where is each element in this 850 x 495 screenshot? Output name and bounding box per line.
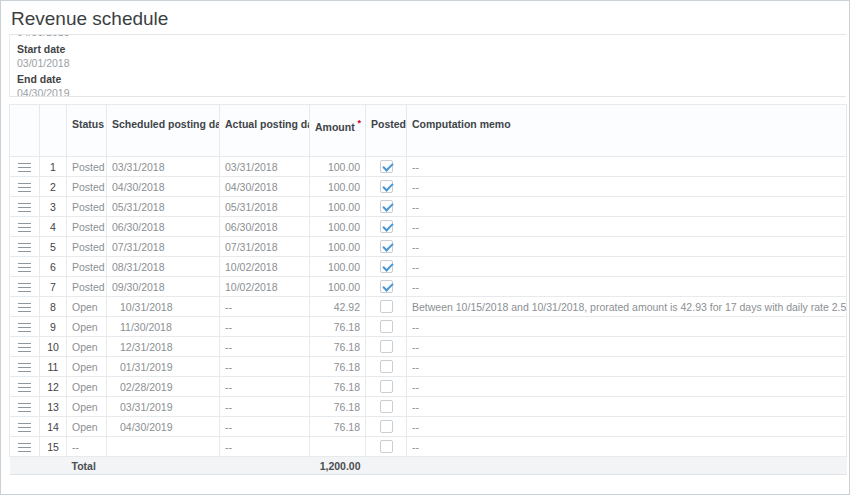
amount-cell: 100.00 bbox=[310, 197, 366, 217]
status-cell: Posted bbox=[67, 217, 107, 237]
posted-checkbox[interactable] bbox=[380, 420, 393, 433]
posted-checkbox[interactable] bbox=[380, 160, 393, 173]
computation-memo-cell: -- bbox=[407, 357, 847, 377]
row-number: 1 bbox=[40, 157, 67, 177]
scheduled-date-cell[interactable]: 01/31/2019 bbox=[107, 357, 220, 377]
scheduled-date-cell: 04/30/2018 bbox=[107, 177, 220, 197]
posted-checkbox[interactable] bbox=[380, 340, 393, 353]
posted-checkbox[interactable] bbox=[380, 440, 393, 453]
drag-handle-icon[interactable] bbox=[18, 423, 31, 432]
clipped-field-value: 04/30/2018 bbox=[17, 35, 846, 38]
actual-posting-date-column-header: Actual posting date bbox=[220, 105, 310, 157]
status-cell: Open bbox=[67, 337, 107, 357]
drag-handle-icon[interactable] bbox=[18, 203, 31, 212]
posted-column-header: Posted bbox=[366, 105, 407, 157]
computation-memo-cell: -- bbox=[407, 197, 847, 217]
actual-date-cell: 10/02/2018 bbox=[220, 277, 310, 297]
drag-handle-icon[interactable] bbox=[18, 303, 31, 312]
computation-memo-cell: Between 10/15/2018 and 10/31/2018, prora… bbox=[407, 297, 847, 317]
posted-checkbox[interactable] bbox=[380, 300, 393, 313]
posted-checkbox[interactable] bbox=[380, 400, 393, 413]
status-cell: Posted bbox=[67, 237, 107, 257]
amount-cell[interactable]: 76.18 bbox=[310, 397, 366, 417]
scheduled-date-cell[interactable]: 02/28/2019 bbox=[107, 377, 220, 397]
drag-cell bbox=[10, 217, 40, 237]
scheduled-date-cell[interactable]: 11/30/2018 bbox=[107, 317, 220, 337]
actual-date-cell: -- bbox=[220, 397, 310, 417]
scheduled-date-cell[interactable] bbox=[107, 437, 220, 457]
drag-handle-icon[interactable] bbox=[18, 403, 31, 412]
total-label: Total bbox=[67, 457, 310, 475]
drag-handle-icon[interactable] bbox=[18, 343, 31, 352]
drag-handle-icon[interactable] bbox=[18, 243, 31, 252]
clipped-field: 04/30/2018 bbox=[17, 35, 846, 40]
row-number: 9 bbox=[40, 317, 67, 337]
amount-cell[interactable]: 76.18 bbox=[310, 337, 366, 357]
status-cell: Open bbox=[67, 317, 107, 337]
drag-handle-icon[interactable] bbox=[18, 263, 31, 272]
drag-handle-icon[interactable] bbox=[18, 223, 31, 232]
actual-date-cell: -- bbox=[220, 437, 310, 457]
amount-cell[interactable]: 76.18 bbox=[310, 357, 366, 377]
scheduled-date-cell[interactable]: 12/31/2018 bbox=[107, 337, 220, 357]
posted-checkbox[interactable] bbox=[380, 220, 393, 233]
amount-cell[interactable]: 76.18 bbox=[310, 417, 366, 437]
amount-cell[interactable]: 76.18 bbox=[310, 317, 366, 337]
amount-cell[interactable]: 42.92 bbox=[310, 297, 366, 317]
row-number: 14 bbox=[40, 417, 67, 437]
table-row: 1Posted03/31/201803/31/2018100.00-- bbox=[10, 157, 847, 177]
posted-checkbox[interactable] bbox=[380, 240, 393, 253]
drag-cell bbox=[10, 337, 40, 357]
posted-cell bbox=[366, 417, 407, 437]
amount-column-header: Amount * bbox=[310, 105, 366, 157]
revenue-schedule-page: Revenue schedule 04/30/2018 Start date 0… bbox=[0, 0, 850, 495]
row-number: 15 bbox=[40, 437, 67, 457]
amount-cell[interactable] bbox=[310, 437, 366, 457]
posted-checkbox[interactable] bbox=[380, 320, 393, 333]
drag-handle-icon[interactable] bbox=[18, 363, 31, 372]
status-cell: Open bbox=[67, 357, 107, 377]
status-cell: Open bbox=[67, 297, 107, 317]
posted-checkbox[interactable] bbox=[380, 180, 393, 193]
scheduled-date-cell[interactable]: 10/31/2018 bbox=[107, 297, 220, 317]
drag-cell bbox=[10, 257, 40, 277]
posted-checkbox[interactable] bbox=[380, 360, 393, 373]
drag-cell bbox=[10, 197, 40, 217]
amount-cell: 100.00 bbox=[310, 157, 366, 177]
total-row-spacer bbox=[10, 457, 67, 475]
status-column-header: Status bbox=[67, 105, 107, 157]
computation-memo-cell: -- bbox=[407, 217, 847, 237]
actual-date-cell: -- bbox=[220, 357, 310, 377]
drag-handle-icon[interactable] bbox=[18, 443, 31, 452]
computation-memo-cell: -- bbox=[407, 317, 847, 337]
end-date-label: End date bbox=[17, 73, 846, 85]
row-number: 11 bbox=[40, 357, 67, 377]
drag-handle-icon[interactable] bbox=[18, 323, 31, 332]
posted-cell bbox=[366, 437, 407, 457]
drag-cell bbox=[10, 177, 40, 197]
posted-checkbox[interactable] bbox=[380, 260, 393, 273]
status-cell: Posted bbox=[67, 257, 107, 277]
actual-date-cell: -- bbox=[220, 377, 310, 397]
row-number: 3 bbox=[40, 197, 67, 217]
posted-checkbox[interactable] bbox=[380, 280, 393, 293]
table-row: 5Posted07/31/201807/31/2018100.00-- bbox=[10, 237, 847, 257]
table-row: 14Open04/30/2019--76.18-- bbox=[10, 417, 847, 437]
drag-handle-icon[interactable] bbox=[18, 383, 31, 392]
posted-checkbox[interactable] bbox=[380, 200, 393, 213]
table-row: 8Open10/31/2018--42.92Between 10/15/2018… bbox=[10, 297, 847, 317]
amount-cell[interactable]: 76.18 bbox=[310, 377, 366, 397]
posted-cell bbox=[366, 237, 407, 257]
status-cell: Open bbox=[67, 417, 107, 437]
table-header-row: Status Scheduled posting date Actual pos… bbox=[10, 105, 847, 157]
row-number: 2 bbox=[40, 177, 67, 197]
drag-handle-icon[interactable] bbox=[18, 283, 31, 292]
scheduled-date-cell[interactable]: 04/30/2019 bbox=[107, 417, 220, 437]
drag-handle-icon[interactable] bbox=[18, 163, 31, 172]
amount-header-label: Amount bbox=[315, 121, 355, 133]
amount-cell: 100.00 bbox=[310, 257, 366, 277]
posted-checkbox[interactable] bbox=[380, 380, 393, 393]
computation-memo-cell: -- bbox=[407, 397, 847, 417]
drag-handle-icon[interactable] bbox=[18, 183, 31, 192]
scheduled-date-cell[interactable]: 03/31/2019 bbox=[107, 397, 220, 417]
